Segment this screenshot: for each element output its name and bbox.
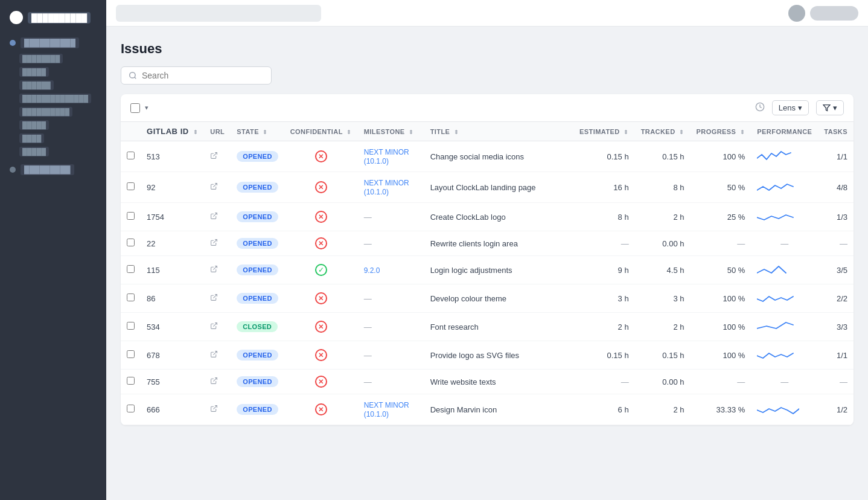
col-milestone: MILESTONE ⇕ xyxy=(358,122,424,141)
milestone-dash: — xyxy=(364,213,372,222)
progress-value: 33.33 % xyxy=(716,405,745,414)
milestone-dash: — xyxy=(364,294,372,303)
performance-cell xyxy=(751,203,818,231)
svg-line-4 xyxy=(214,153,217,156)
performance-cell xyxy=(751,172,818,203)
sidebar-child-4[interactable]: ██████████████ xyxy=(0,92,106,105)
topbar-action-button[interactable] xyxy=(810,6,858,21)
performance-cell xyxy=(751,256,818,284)
milestone-link[interactable]: NEXT MINOR (10.1.0) xyxy=(364,148,409,165)
gitlab-id-cell: 86 xyxy=(141,284,204,313)
progress-cell: 50 % xyxy=(690,256,751,284)
state-cell: OPENED xyxy=(231,172,284,203)
row-checkbox[interactable] xyxy=(127,265,135,273)
tasks-dash: — xyxy=(840,239,847,248)
row-checkbox[interactable] xyxy=(127,239,135,246)
row-checkbox[interactable] xyxy=(127,152,135,159)
content-area: Issues ▾ Lens xyxy=(106,27,868,500)
external-link-icon[interactable] xyxy=(210,152,218,161)
estimated-cell: 2 h xyxy=(573,313,635,341)
sidebar-child-3[interactable]: ██████ xyxy=(0,79,106,92)
sparkline-chart xyxy=(757,347,799,363)
state-badge: OPENED xyxy=(237,151,278,162)
tasks-cell: 1/1 xyxy=(818,341,854,370)
sidebar-child-8[interactable]: █████ xyxy=(0,145,106,158)
row-checkbox[interactable] xyxy=(127,350,135,358)
external-link-icon[interactable] xyxy=(210,405,218,414)
external-link-icon[interactable] xyxy=(210,182,218,192)
user-avatar[interactable] xyxy=(788,5,805,22)
external-link-icon[interactable] xyxy=(210,239,218,248)
sidebar-logo: ██████████ xyxy=(0,7,106,34)
confidential-x-icon: ✕ xyxy=(315,403,327,415)
row-checkbox[interactable] xyxy=(127,322,135,330)
sidebar-child-7[interactable]: ████ xyxy=(0,132,106,145)
sidebar-child-6[interactable]: █████ xyxy=(0,118,106,132)
col-performance: PERFORMANCE xyxy=(751,122,818,141)
performance-cell: — xyxy=(751,370,818,394)
state-cell: OPENED xyxy=(231,141,284,172)
row-checkbox[interactable] xyxy=(127,212,135,220)
topbar-search-bar xyxy=(116,5,321,22)
tasks-cell: — xyxy=(818,231,854,256)
estimated-dash: — xyxy=(621,377,629,386)
page-title: Issues xyxy=(121,41,854,57)
estimated-value: 0.15 h xyxy=(607,351,629,360)
estimated-cell: 0.15 h xyxy=(573,341,635,370)
search-input[interactable] xyxy=(142,71,264,80)
milestone-cell: — xyxy=(358,284,424,313)
confidential-x-icon: ✕ xyxy=(315,376,327,388)
row-checkbox[interactable] xyxy=(127,293,135,301)
clock-icon[interactable] xyxy=(755,102,765,114)
sidebar-dot-inactive xyxy=(10,167,16,173)
row-checkbox-cell xyxy=(121,370,141,394)
state-cell: CLOSED xyxy=(231,313,284,341)
tasks-value: 3/5 xyxy=(837,266,847,275)
sidebar-child-2[interactable]: █████ xyxy=(0,65,106,79)
gitlab-id-cell: 92 xyxy=(141,172,204,203)
svg-line-1 xyxy=(135,77,136,79)
tasks-cell: 1/1 xyxy=(818,141,854,172)
sidebar-child-5[interactable]: ██████████ xyxy=(0,105,106,118)
state-cell: OPENED xyxy=(231,394,284,425)
progress-dash: — xyxy=(737,377,745,386)
confidential-cell: ✕ xyxy=(284,341,358,370)
row-checkbox[interactable] xyxy=(127,182,135,190)
sidebar-group-1[interactable]: ██████████ xyxy=(0,34,106,52)
milestone-link[interactable]: 9.2.0 xyxy=(364,266,380,275)
confidential-cell: ✕ xyxy=(284,231,358,256)
external-link-icon[interactable] xyxy=(210,293,218,303)
milestone-dash: — xyxy=(364,351,372,360)
row-checkbox[interactable] xyxy=(127,405,135,412)
row-checkbox-cell xyxy=(121,394,141,425)
progress-value: 50 % xyxy=(727,266,745,275)
milestone-link[interactable]: NEXT MINOR (10.1.0) xyxy=(364,179,409,196)
confidential-cell: ✕ xyxy=(284,172,358,203)
external-link-icon[interactable] xyxy=(210,377,218,386)
state-badge: OPENED xyxy=(237,182,278,193)
milestone-link[interactable]: NEXT MINOR (10.1.0) xyxy=(364,401,409,418)
svg-line-5 xyxy=(214,184,217,187)
gitlab-id-cell: 534 xyxy=(141,313,204,341)
table-header: GITLAB ID ⇕ URL STATE ⇕ CONFIDENTIAL ⇕ M… xyxy=(121,122,854,141)
external-link-icon[interactable] xyxy=(210,322,218,332)
tracked-cell: 4.5 h xyxy=(635,256,691,284)
external-link-icon[interactable] xyxy=(210,265,218,275)
milestone-cell: NEXT MINOR (10.1.0) xyxy=(358,172,424,203)
confidential-cell: ✕ xyxy=(284,313,358,341)
svg-line-9 xyxy=(214,295,217,298)
progress-value: 100 % xyxy=(723,351,745,360)
select-all-checkbox[interactable] xyxy=(130,103,140,113)
select-dropdown-chevron[interactable]: ▾ xyxy=(145,104,148,112)
row-checkbox[interactable] xyxy=(127,377,135,385)
sidebar-group-2[interactable]: █████████ xyxy=(0,161,106,179)
lens-button[interactable]: Lens ▾ xyxy=(772,100,809,115)
search-bar[interactable] xyxy=(121,66,272,85)
sidebar-child-1[interactable]: ████████ xyxy=(0,52,106,65)
external-link-icon[interactable] xyxy=(210,212,218,222)
table-row: 678 OPENED ✕ — Provide logo as SVG files… xyxy=(121,341,854,370)
milestone-dash: — xyxy=(364,322,372,332)
col-title: TITLE ⇕ xyxy=(424,122,573,141)
filter-button[interactable]: ▾ xyxy=(816,100,844,115)
external-link-icon[interactable] xyxy=(210,350,218,360)
